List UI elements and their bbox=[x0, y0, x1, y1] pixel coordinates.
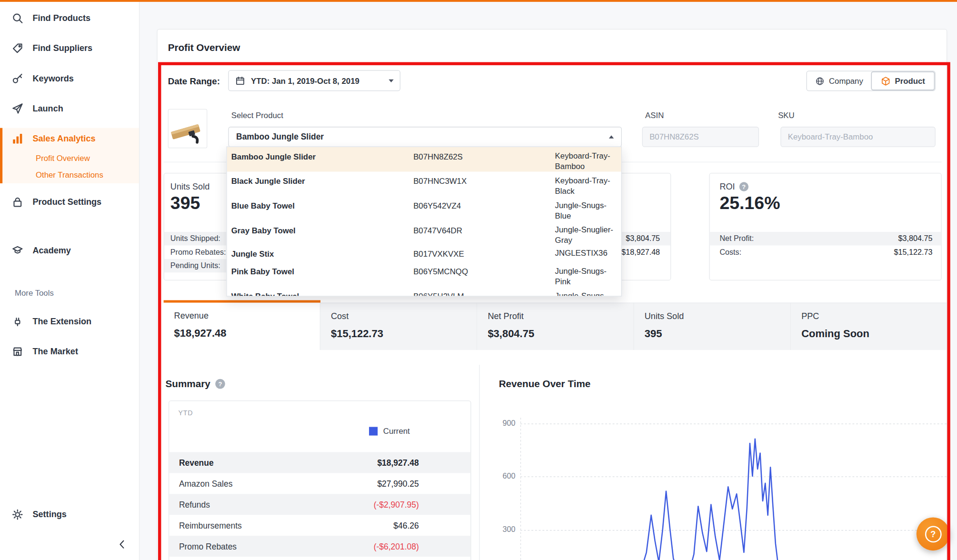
option-name: White Baby Towel bbox=[231, 290, 413, 297]
product-option[interactable]: Pink Baby Towel B06Y5MCNQQ Jungle-Snugs-… bbox=[227, 262, 621, 287]
product-option[interactable]: Gray Baby Towel B0747V64DR Jungle-Snugli… bbox=[227, 221, 621, 246]
tab-revenue[interactable]: Revenue $18,927.48 bbox=[164, 303, 320, 350]
summary-row-amazon-sales: Amazon Sales $27,990.25 bbox=[169, 473, 470, 494]
sidebar-subitem-other-transactions[interactable]: Other Transactions bbox=[36, 167, 103, 183]
revenue-over-time-title: Revenue Over Time bbox=[499, 378, 591, 389]
product-option[interactable]: Blue Baby Towel B06Y542VZ4 Jungle-Snugs-… bbox=[227, 196, 621, 221]
roi-costs-label: Costs: bbox=[719, 248, 741, 257]
option-name: Gray Baby Towel bbox=[231, 225, 413, 235]
product-option[interactable]: Bamboo Jungle Slider B07HN8Z62S Keyboard… bbox=[227, 147, 621, 172]
option-name: Pink Baby Towel bbox=[231, 266, 413, 276]
product-select-menu: Bamboo Jungle Slider B07HN8Z62S Keyboard… bbox=[226, 146, 622, 296]
tab-net-profit[interactable]: Net Profit $3,804.75 bbox=[477, 303, 634, 350]
sidebar-item-settings[interactable]: Settings bbox=[0, 504, 139, 525]
sidebar-item-academy[interactable]: Academy bbox=[0, 240, 139, 261]
sidebar-item-label: Settings bbox=[32, 510, 66, 520]
y-axis-tick: 300 bbox=[492, 525, 515, 534]
product-select-value: Bamboo Jungle Slider bbox=[236, 132, 324, 141]
summary-row-value: $27,990.25 bbox=[377, 479, 419, 488]
units-shipped-label: Units Shipped: bbox=[170, 234, 220, 243]
date-range-label: Date Range: bbox=[168, 76, 220, 86]
chevron-down-icon bbox=[389, 79, 393, 82]
sidebar-item-the-market[interactable]: The Market bbox=[0, 341, 139, 362]
sidebar-item-label: Find Products bbox=[32, 13, 90, 23]
summary-table: Revenue $18,927.48 Amazon Sales $27,990.… bbox=[169, 452, 470, 560]
roi-title-text: ROI bbox=[719, 181, 735, 191]
help-icon[interactable]: ? bbox=[739, 182, 748, 191]
option-name: Jungle Stix bbox=[231, 248, 413, 259]
option-name: Blue Baby Towel bbox=[231, 200, 413, 210]
summary-row-revenue: Revenue $18,927.48 bbox=[169, 452, 470, 473]
more-tools-heading: More Tools bbox=[15, 289, 54, 298]
sidebar-subitem-label: Other Transactions bbox=[36, 170, 103, 179]
roi-net-profit-row: Net Profit: $3,804.75 bbox=[710, 232, 941, 245]
asin-input[interactable] bbox=[642, 127, 759, 147]
sidebar-item-keywords[interactable]: Keywords bbox=[0, 68, 139, 89]
tab-ppc[interactable]: PPC Coming Soon bbox=[791, 303, 947, 350]
app-window: Find Products Find Suppliers Keywords La… bbox=[0, 0, 957, 560]
active-tab-indicator bbox=[164, 300, 320, 302]
roi-costs-value: $15,122.73 bbox=[894, 248, 933, 257]
chart-legend: Current bbox=[369, 426, 410, 435]
date-range-value: YTD: Jan 1, 2019-Oct 8, 2019 bbox=[251, 76, 359, 85]
y-axis-tick: 900 bbox=[492, 419, 515, 428]
product-toggle-button[interactable]: Product bbox=[871, 71, 935, 90]
date-range-select[interactable]: YTD: Jan 1, 2019-Oct 8, 2019 bbox=[228, 70, 400, 91]
page-title: Profit Overview bbox=[168, 42, 240, 53]
option-asin: B07HNC3W1X bbox=[413, 175, 555, 186]
sku-label: SKU bbox=[778, 111, 795, 120]
product-toggle-label: Product bbox=[895, 76, 925, 85]
company-toggle-button[interactable]: Company bbox=[807, 71, 871, 90]
summary-row-partial bbox=[169, 557, 470, 560]
sidebar-item-product-settings[interactable]: Product Settings bbox=[0, 191, 139, 212]
option-asin: B06Y5MCNQQ bbox=[413, 266, 555, 276]
summary-row-label: Reimbursements bbox=[179, 521, 242, 530]
tab-cost[interactable]: Cost $15,122.73 bbox=[320, 303, 477, 350]
tab-value: $15,122.73 bbox=[331, 328, 477, 340]
academy-icon bbox=[11, 244, 23, 257]
legend-swatch bbox=[369, 427, 378, 435]
product-option[interactable]: Jungle Stix B017VXKVXE JNGLESTIX36 bbox=[227, 245, 621, 262]
sidebar-item-label: The Market bbox=[32, 346, 78, 356]
summary-row-label: Refunds bbox=[179, 500, 210, 509]
summary-card: YTD Current Revenue $18,927.48 Amazon Sa… bbox=[169, 400, 471, 560]
sidebar-item-find-suppliers[interactable]: Find Suppliers bbox=[0, 38, 139, 59]
option-sku: Jungle-Snuglier-Gray bbox=[555, 225, 617, 246]
sidebar-item-the-extension[interactable]: The Extension bbox=[0, 310, 139, 331]
product-option[interactable]: Black Jungle Slider B07HNC3W1X Keyboard-… bbox=[227, 171, 621, 196]
sidebar-collapse-button[interactable] bbox=[116, 538, 129, 551]
tag-icon bbox=[11, 42, 23, 54]
summary-row-value: (-$6,201.08) bbox=[374, 541, 419, 550]
sidebar-item-label: Product Settings bbox=[32, 197, 101, 207]
summary-row-value: (-$2,907.95) bbox=[374, 500, 419, 509]
summary-row-reimbursements: Reimbursements $46.26 bbox=[169, 515, 470, 536]
select-product-label: Select Product bbox=[231, 111, 283, 120]
globe-icon bbox=[815, 76, 825, 86]
tab-label: Cost bbox=[331, 311, 477, 321]
option-sku: Keyboard-Tray-Bamboo bbox=[555, 150, 617, 171]
help-fab-button[interactable]: ? bbox=[917, 517, 950, 550]
y-axis-tick: 600 bbox=[492, 472, 515, 480]
gear-icon bbox=[11, 508, 23, 520]
product-select[interactable]: Bamboo Jungle Slider bbox=[228, 127, 622, 147]
storefront-icon bbox=[11, 345, 23, 358]
tab-units-sold[interactable]: Units Sold 395 bbox=[634, 303, 791, 350]
roi-title: ROI ? bbox=[719, 181, 748, 191]
product-thumbnail bbox=[168, 109, 208, 149]
option-name: Bamboo Jungle Slider bbox=[231, 150, 413, 161]
paper-plane-icon bbox=[11, 102, 23, 114]
promo-rebates-label: Promo Rebates: bbox=[170, 248, 226, 257]
summary-title-text: Summary bbox=[165, 378, 210, 389]
product-option[interactable]: White Baby Towel B06Y5H2VLM Jungle-Snugs… bbox=[227, 287, 621, 297]
top-accent-bar bbox=[0, 0, 957, 2]
sidebar-item-label: Academy bbox=[32, 245, 70, 255]
option-sku: Jungle-Snugs-Pink bbox=[555, 266, 617, 287]
units-sold-value: 395 bbox=[170, 193, 200, 214]
sidebar-item-find-products[interactable]: Find Products bbox=[0, 8, 139, 29]
sidebar-item-sales-analytics[interactable]: Sales Analytics bbox=[0, 128, 139, 149]
sidebar-item-launch[interactable]: Launch bbox=[0, 98, 139, 119]
sku-input[interactable] bbox=[780, 127, 936, 147]
help-icon[interactable]: ? bbox=[215, 379, 225, 389]
sidebar-subitem-profit-overview[interactable]: Profit Overview bbox=[36, 150, 90, 166]
option-sku: Jungle-Snugs- bbox=[555, 290, 617, 297]
